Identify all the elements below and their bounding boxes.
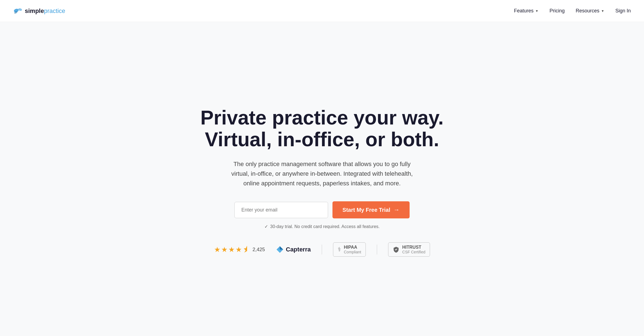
svg-point-1 <box>18 8 22 11</box>
svg-marker-5 <box>277 250 280 253</box>
nav-item-resources[interactable]: Resources ▼ <box>576 8 604 14</box>
hero-title: Private practice your way. Virtual, in-o… <box>200 107 443 150</box>
nav-link-resources[interactable]: Resources ▼ <box>576 8 604 14</box>
capterra-icon <box>276 246 284 253</box>
star-3: ★ <box>228 245 235 254</box>
hero-subtitle: The only practice management software th… <box>226 159 418 188</box>
hitrust-text: HITRUST CSF Certified <box>402 245 425 254</box>
star-2: ★ <box>221 245 228 254</box>
nav-link-features[interactable]: Features ▼ <box>514 8 539 14</box>
hipaa-text: HIPAA Compliant <box>344 245 361 254</box>
start-trial-button[interactable]: Start My Free Trial → <box>332 201 409 218</box>
logo[interactable]: simplepractice <box>13 7 65 15</box>
caduceus-icon: ⚕ <box>338 246 341 253</box>
nav-link-signin[interactable]: Sign In <box>615 8 631 14</box>
chevron-down-icon: ▼ <box>601 9 604 13</box>
nav-item-pricing[interactable]: Pricing <box>550 8 565 14</box>
star-5-half: ⯨ <box>243 245 250 254</box>
badge-divider <box>322 245 322 254</box>
review-count: 2,425 <box>253 247 265 253</box>
badges-row: ★ ★ ★ ★ ⯨ 2,425 Capterra ⚕ HIPAA <box>214 242 430 257</box>
nav-item-signin[interactable]: Sign In <box>615 8 631 14</box>
hitrust-badge: HITRUST CSF Certified <box>388 242 430 257</box>
star-rating: ★ ★ ★ ★ ⯨ <box>214 245 250 254</box>
chevron-down-icon: ▼ <box>535 9 539 13</box>
checkmark-icon: ✓ <box>264 224 268 229</box>
logo-text: simplepractice <box>25 7 65 15</box>
hero-section: Private practice your way. Virtual, in-o… <box>0 22 644 336</box>
trial-note: ✓ 30-day trial. No credit card required.… <box>264 224 380 229</box>
badge-divider-2 <box>377 245 377 254</box>
stars-group: ★ ★ ★ ★ ⯨ 2,425 <box>214 245 265 254</box>
nav-item-features[interactable]: Features ▼ <box>514 8 539 14</box>
capterra-text: Capterra <box>286 246 311 253</box>
nav-link-pricing[interactable]: Pricing <box>550 8 565 14</box>
hipaa-badge: ⚕ HIPAA Compliant <box>333 242 366 257</box>
arrow-right-icon: → <box>394 206 400 213</box>
star-4: ★ <box>236 245 242 254</box>
nav-links: Features ▼ Pricing Resources ▼ Sign In <box>514 8 631 14</box>
cta-row: Start My Free Trial → <box>234 201 409 218</box>
navbar: simplepractice Features ▼ Pricing Resour… <box>0 0 644 22</box>
shield-icon <box>393 246 399 253</box>
logo-icon <box>13 7 23 15</box>
svg-marker-4 <box>280 246 283 250</box>
capterra-badge: Capterra <box>276 246 311 253</box>
email-input[interactable] <box>234 202 328 218</box>
star-1: ★ <box>214 245 220 254</box>
